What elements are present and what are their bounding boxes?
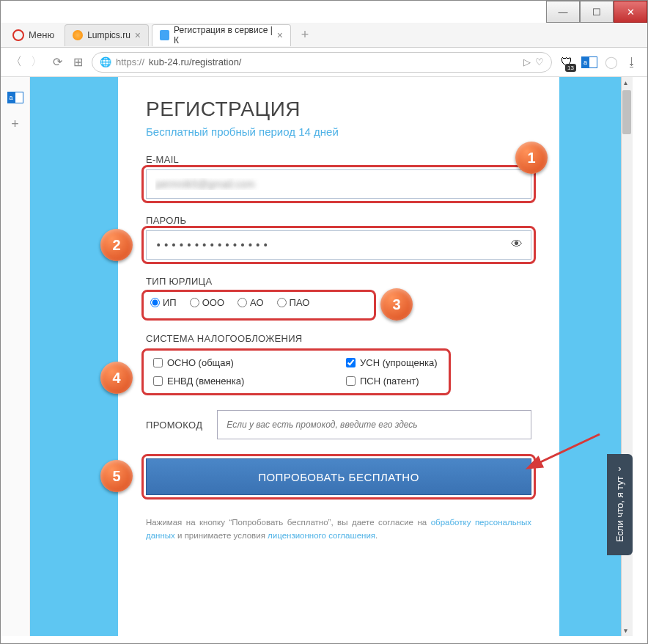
marker-1: 1 (515, 142, 548, 174)
svg-line-0 (537, 434, 600, 464)
radio-ao[interactable]: АО (238, 297, 264, 308)
speed-dial-button[interactable]: ⊞ (71, 56, 84, 69)
page-title: РЕГИСТРАЦИЯ (146, 98, 531, 121)
promo-label: ПРОМОКОД (146, 420, 202, 431)
back-button[interactable]: 〈 (10, 56, 23, 69)
password-label: ПАРОЛЬ (146, 215, 531, 226)
promo-input[interactable] (217, 410, 531, 439)
check-osno-input[interactable] (153, 358, 163, 367)
globe-icon: 🌐 (100, 56, 111, 67)
tab-bar: Меню Lumpics.ru × Регистрация в сервисе … (1, 23, 647, 48)
radio-pao[interactable]: ПАО (277, 297, 310, 308)
check-usn[interactable]: УСН (упрощенка) (346, 357, 524, 368)
scroll-down-icon[interactable]: ▾ (624, 626, 627, 634)
tax-checkbox-group: ОСНО (общая) УСН (упрощенка) ЕНВД (вмене… (146, 348, 531, 395)
radio-ooo[interactable]: ООО (190, 297, 224, 308)
marker-4: 4 (100, 362, 133, 394)
radio-ip-input[interactable] (150, 298, 160, 307)
check-psn[interactable]: ПСН (патент) (346, 376, 524, 387)
url-scheme: https:// (116, 56, 144, 67)
legal-text: Нажимая на кнопку “Попробовать бесплатно… (146, 516, 531, 543)
sidebar-add-button[interactable]: + (8, 117, 23, 131)
forward-button[interactable]: 〉 (30, 56, 43, 69)
registration-page: РЕГИСТРАЦИЯ Бесплатный пробный период 14… (118, 77, 559, 636)
radio-ip[interactable]: ИП (150, 297, 177, 308)
marker-5: 5 (100, 460, 133, 492)
url-path: kub-24.ru/registration/ (149, 56, 241, 67)
check-osno[interactable]: ОСНО (общая) (153, 357, 331, 368)
email-input[interactable] (146, 169, 531, 199)
marker-2: 2 (100, 229, 133, 261)
help-tab[interactable]: Если что, я тут › (607, 454, 633, 555)
page-viewport: ▴ ▾ РЕГИСТРАЦИЯ Бесплатный пробный перио… (30, 77, 633, 636)
opera-logo-icon (12, 29, 24, 41)
adblock-icon[interactable]: 🛡13 (559, 55, 574, 70)
check-envd[interactable]: ЕНВД (вмененка) (153, 376, 331, 387)
downloads-icon[interactable]: ⭳ (625, 56, 638, 69)
check-envd-input[interactable] (153, 376, 163, 386)
sidebar-translate-icon[interactable]: a (7, 92, 23, 103)
opera-menu-label: Меню (29, 29, 54, 40)
reload-button[interactable]: ⟳ (51, 56, 64, 69)
annotation-arrow-icon (523, 431, 603, 475)
radio-pao-input[interactable] (277, 298, 287, 307)
check-usn-input[interactable] (346, 358, 356, 367)
bookmark-icon[interactable]: ♡ (535, 56, 544, 67)
tab-close-icon[interactable]: × (277, 29, 283, 41)
entity-type-label: ТИП ЮРЛИЦА (146, 276, 531, 287)
window-controls: — ☐ ✕ (546, 1, 647, 23)
adblock-count: 13 (565, 64, 576, 72)
tax-system-label: СИСТЕМА НАЛОГООБЛОЖЕНИЯ (146, 333, 531, 344)
maximize-button[interactable]: ☐ (580, 1, 614, 23)
radio-ao-input[interactable] (238, 298, 247, 307)
tab-title: Регистрация в сервисе | К (174, 25, 273, 45)
password-input[interactable] (146, 230, 531, 260)
browser-sidebar: a + (1, 77, 30, 636)
new-tab-button[interactable]: + (295, 26, 314, 45)
legal-link-license[interactable]: лицензионного соглашения (268, 531, 375, 540)
help-label: Если что, я тут (614, 476, 625, 542)
submit-button[interactable]: ПОПРОБОВАТЬ БЕСПЛАТНО (146, 458, 531, 495)
tab-title: Lumpics.ru (87, 30, 130, 40)
marker-3: 3 (380, 288, 413, 321)
tab-close-icon[interactable]: × (135, 29, 141, 41)
tab-registration[interactable]: Регистрация в сервисе | К × (152, 24, 291, 46)
opera-menu-button[interactable]: Меню (5, 26, 62, 44)
vpn-icon[interactable]: ▷ (523, 56, 531, 67)
lumpics-favicon-icon (73, 30, 83, 40)
chevron-icon: › (618, 464, 621, 475)
minimize-button[interactable]: — (546, 1, 580, 23)
check-psn-input[interactable] (346, 376, 356, 386)
eye-icon[interactable]: 👁 (511, 238, 523, 251)
entity-radio-group: ИП ООО АО ПАО (146, 291, 531, 314)
translate-icon[interactable]: a (581, 56, 597, 68)
promo-row: ПРОМОКОД (146, 410, 531, 439)
radio-ooo-input[interactable] (190, 298, 199, 307)
tab-lumpics[interactable]: Lumpics.ru × (65, 24, 149, 46)
scrollbar-thumb[interactable] (622, 90, 631, 134)
profile-icon[interactable]: ◯ (605, 56, 618, 69)
page-subtitle: Бесплатный пробный период 14 дней (146, 125, 531, 138)
scroll-up-icon[interactable]: ▴ (624, 78, 627, 87)
url-field[interactable]: 🌐 https://kub-24.ru/registration/ ▷ ♡ (92, 52, 552, 73)
close-button[interactable]: ✕ (614, 1, 647, 23)
email-label: E-MAIL (146, 154, 531, 165)
kub-favicon-icon (160, 30, 169, 40)
address-bar: 〈 〉 ⟳ ⊞ 🌐 https://kub-24.ru/registration… (1, 48, 647, 77)
